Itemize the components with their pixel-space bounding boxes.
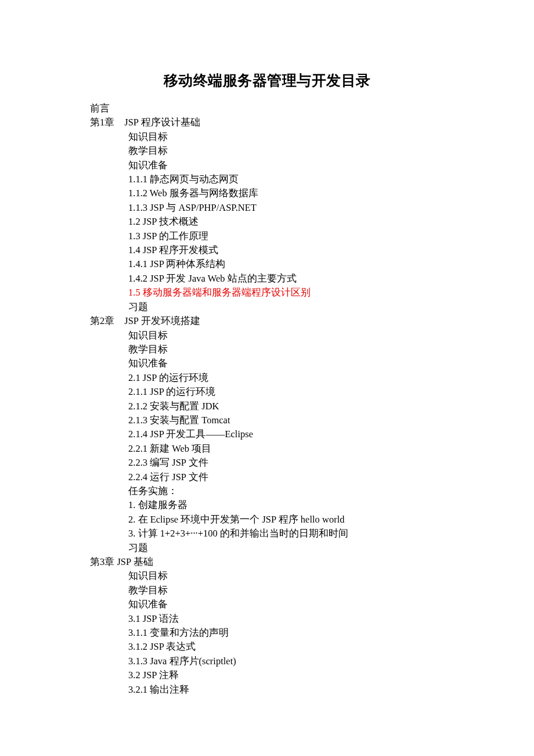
toc-entry: 2.2.3 编写 JSP 文件 (90, 456, 444, 470)
toc-entry: 1.4 JSP 程序开发模式 (90, 243, 444, 257)
toc-entry-exercises: 习题 (90, 541, 444, 555)
toc-entry: 3.1.3 Java 程序片(scriptlet) (90, 654, 444, 668)
toc-entry: 教学目标 (90, 584, 444, 597)
toc-entry: 2.1 JSP 的运行环境 (90, 371, 444, 385)
toc-entry: 教学目标 (90, 144, 444, 158)
toc-entry-highlighted: 1.5 移动服务器端和服务器端程序设计区别 (90, 286, 444, 300)
toc-entry: 2.1.3 安装与配置 Tomcat (90, 413, 444, 427)
toc-entry: 知识目标 (90, 130, 444, 144)
toc-entry: 3.1.1 变量和方法的声明 (90, 626, 444, 640)
toc-entry: 1. 创建服务器 (90, 498, 444, 512)
toc-entry: 2.1.2 安装与配置 JDK (90, 399, 444, 413)
toc-entry: 1.1.2 Web 服务器与网络数据库 (90, 186, 444, 200)
chapter-1-heading: 第1章 JSP 程序设计基础 (90, 116, 444, 129)
toc-entry: 知识目标 (90, 569, 444, 583)
toc-entry: 3.2.1 输出注释 (90, 683, 444, 697)
page-title: 移动终端服务器管理与开发目录 (90, 70, 444, 91)
toc-entry: 知识准备 (90, 357, 444, 370)
chapter-3-heading: 第3章 JSP 基础 (90, 555, 444, 569)
preface-line: 前言 (90, 102, 444, 116)
toc-entry: 2.1.4 JSP 开发工具——Eclipse (90, 427, 444, 441)
toc-entry: 2. 在 Eclipse 环境中开发第一个 JSP 程序 hello world (90, 513, 444, 527)
toc-entry: 1.2 JSP 技术概述 (90, 215, 444, 229)
toc-entry: 1.4.1 JSP 两种体系结构 (90, 257, 444, 271)
toc-entry: 知识准备 (90, 159, 444, 172)
toc-entry: 任务实施： (90, 484, 444, 498)
toc-entry: 教学目标 (90, 343, 444, 357)
toc-entry: 3.2 JSP 注释 (90, 668, 444, 682)
chapter-2-heading: 第2章 JSP 开发环境搭建 (90, 314, 444, 328)
toc-entry: 知识目标 (90, 329, 444, 343)
toc-entry: 1.1.1 静态网页与动态网页 (90, 172, 444, 186)
toc-entry: 3.1 JSP 语法 (90, 612, 444, 626)
toc-entry: 知识准备 (90, 597, 444, 611)
toc-entry: 3. 计算 1+2+3+···+100 的和并输出当时的日期和时间 (90, 527, 444, 541)
document-page: 移动终端服务器管理与开发目录 前言 第1章 JSP 程序设计基础 知识目标 教学… (0, 0, 534, 732)
toc-entry: 1.1.3 JSP 与 ASP/PHP/ASP.NET (90, 201, 444, 215)
toc-entry: 3.1.2 JSP 表达式 (90, 640, 444, 654)
toc-entry: 2.2.1 新建 Web 项目 (90, 442, 444, 456)
toc-entry: 1.4.2 JSP 开发 Java Web 站点的主要方式 (90, 272, 444, 286)
toc-entry: 1.3 JSP 的工作原理 (90, 229, 444, 243)
toc-entry-exercises: 习题 (90, 300, 444, 314)
toc-entry: 2.2.4 运行 JSP 文件 (90, 470, 444, 484)
toc-entry: 2.1.1 JSP 的运行环境 (90, 385, 444, 399)
